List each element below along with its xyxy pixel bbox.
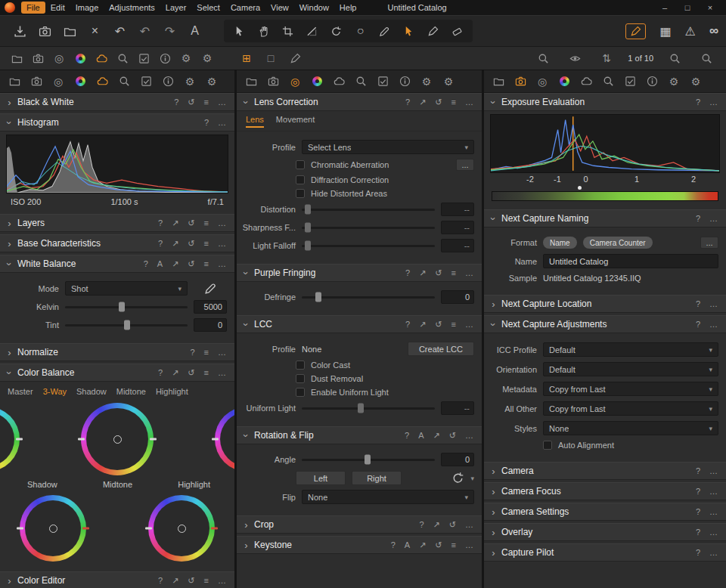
- copy-icon[interactable]: ↗: [417, 320, 428, 330]
- copy-icon[interactable]: ↗: [169, 218, 181, 228]
- collapse-icon[interactable]: ›: [490, 509, 497, 515]
- capture-one-logo-icon[interactable]: [5, 2, 15, 13]
- collapse-icon[interactable]: ›: [490, 549, 497, 556]
- more-icon[interactable]: …: [463, 520, 476, 529]
- more-icon[interactable]: …: [707, 299, 720, 308]
- copy-icon[interactable]: ↗: [169, 239, 181, 249]
- white-balance-header[interactable]: › White Balance ? A ↗ ↺ ≡ …: [0, 255, 234, 273]
- collapse-icon[interactable]: ›: [6, 99, 13, 106]
- menu-edit[interactable]: Edit: [45, 2, 70, 14]
- lens-tab[interactable]: ◎: [532, 73, 553, 91]
- tab-movement[interactable]: Movement: [276, 115, 315, 128]
- copy-icon[interactable]: ↗: [417, 97, 428, 107]
- copy-icon[interactable]: ↗: [169, 576, 181, 586]
- histogram-header[interactable]: › Histogram ? …: [0, 113, 234, 132]
- exposure-warning-button[interactable]: ⚠: [685, 24, 696, 39]
- presets-icon[interactable]: ≡: [202, 239, 211, 248]
- menu-window[interactable]: Window: [294, 2, 334, 14]
- batch-shortcut-icon[interactable]: ⚙: [197, 49, 218, 67]
- color-tab[interactable]: [306, 73, 327, 91]
- capture-tab[interactable]: [510, 73, 531, 91]
- copy-icon[interactable]: ↗: [417, 540, 428, 550]
- layers-header[interactable]: › Layers ? ↗ ↺ ≡ …: [0, 214, 234, 232]
- crop-tool[interactable]: [276, 21, 299, 41]
- chromatic-aberration-checkbox[interactable]: [296, 160, 305, 169]
- capture-tab[interactable]: [262, 73, 284, 91]
- presets-icon[interactable]: ≡: [449, 320, 458, 329]
- help-icon[interactable]: ?: [141, 259, 150, 268]
- library-shortcut-icon[interactable]: [6, 49, 27, 67]
- uniform-light-value[interactable]: --: [441, 401, 474, 415]
- kelvin-value[interactable]: 5000: [194, 300, 227, 314]
- proof-eye-icon[interactable]: [564, 49, 585, 67]
- details-tab[interactable]: [350, 73, 371, 91]
- presets-icon[interactable]: ≡: [202, 368, 211, 377]
- reset-icon[interactable]: ↺: [433, 268, 444, 278]
- uniform-light-slider[interactable]: [302, 407, 435, 410]
- copy-icon[interactable]: ↗: [431, 431, 442, 441]
- tab-midtone[interactable]: Midtone: [116, 387, 146, 396]
- more-icon[interactable]: …: [463, 268, 476, 277]
- menu-view[interactable]: View: [265, 2, 294, 14]
- overlay-header[interactable]: › Overlay ? …: [484, 523, 726, 541]
- help-icon[interactable]: ?: [156, 576, 165, 585]
- icc-profile-dropdown[interactable]: Default ▾: [543, 342, 718, 357]
- all-other-dropdown[interactable]: Copy from Last ▾: [543, 401, 718, 416]
- collapse-icon[interactable]: ›: [243, 432, 250, 439]
- more-icon[interactable]: …: [707, 214, 720, 223]
- help-icon[interactable]: ?: [693, 528, 703, 537]
- metadata-tab[interactable]: [157, 73, 178, 91]
- flip-dropdown[interactable]: None ▾: [302, 490, 474, 504]
- presets-icon[interactable]: ≡: [449, 97, 458, 107]
- capture-shortcut-icon[interactable]: [27, 49, 48, 67]
- color-editor-header[interactable]: › Color Editor ? ↗ ↺ ≡ …: [0, 571, 234, 588]
- reset-icon[interactable]: ↺: [185, 218, 197, 228]
- collapse-icon[interactable]: ›: [490, 468, 497, 475]
- copy-icon[interactable]: ↗: [417, 268, 428, 278]
- delete-button[interactable]: ×: [82, 20, 107, 42]
- lens-shortcut-icon[interactable]: ◎: [48, 49, 70, 67]
- more-icon[interactable]: …: [216, 218, 228, 227]
- zoom-loupe-icon[interactable]: [532, 49, 554, 67]
- crop-header[interactable]: › Crop ? ↗ ↺ …: [237, 515, 482, 534]
- collapse-icon[interactable]: ›: [490, 215, 497, 222]
- more-icon[interactable]: …: [707, 320, 720, 329]
- edit-mode-button[interactable]: [625, 23, 646, 39]
- tab-highlight[interactable]: Highlight: [156, 387, 188, 396]
- lens-tab[interactable]: ◎: [48, 73, 69, 91]
- more-icon[interactable]: …: [707, 548, 720, 557]
- capture-button[interactable]: [33, 20, 57, 42]
- viewer-view-button[interactable]: □: [260, 49, 281, 67]
- color-tab[interactable]: [70, 73, 91, 91]
- tint-value[interactable]: 0: [194, 318, 227, 332]
- shadow-wheel[interactable]: [0, 407, 20, 472]
- help-icon[interactable]: ?: [693, 487, 703, 496]
- auto-alignment-checkbox[interactable]: [543, 441, 552, 450]
- output-tab[interactable]: ⚙: [179, 73, 200, 91]
- shadow-wheel-full[interactable]: [20, 495, 86, 562]
- collapse-icon[interactable]: ›: [6, 119, 13, 126]
- select-cursor-tool[interactable]: [228, 21, 251, 41]
- kelvin-slider[interactable]: [65, 306, 188, 308]
- help-icon[interactable]: ?: [403, 97, 412, 107]
- help-icon[interactable]: ?: [403, 320, 412, 329]
- collapse-icon[interactable]: ›: [6, 349, 13, 356]
- details-tab[interactable]: [113, 73, 135, 91]
- reset-icon[interactable]: ↺: [185, 259, 197, 269]
- color-tab[interactable]: [554, 73, 575, 91]
- lens-correction-header[interactable]: › Lens Correction ? ↗ ↺ ≡ …: [237, 93, 482, 111]
- collapse-icon[interactable]: ›: [243, 99, 250, 106]
- help-icon[interactable]: ?: [172, 97, 181, 107]
- details-shortcut-icon[interactable]: [112, 49, 133, 67]
- undo-list-button[interactable]: ↶: [132, 20, 157, 42]
- distortion-slider[interactable]: [302, 209, 435, 211]
- undo-button[interactable]: ↶: [107, 20, 132, 42]
- grid-view-button[interactable]: ⊞: [236, 49, 257, 67]
- metadata-tab[interactable]: [641, 73, 662, 91]
- lcc-header[interactable]: › LCC ? ↗ ↺ ≡ …: [237, 315, 482, 333]
- reset-icon[interactable]: ↺: [433, 97, 444, 107]
- output-shortcut-icon[interactable]: ⚙: [175, 49, 197, 67]
- tab-master[interactable]: Master: [8, 387, 33, 396]
- help-icon[interactable]: ?: [156, 368, 165, 377]
- collapse-icon[interactable]: ›: [6, 370, 13, 376]
